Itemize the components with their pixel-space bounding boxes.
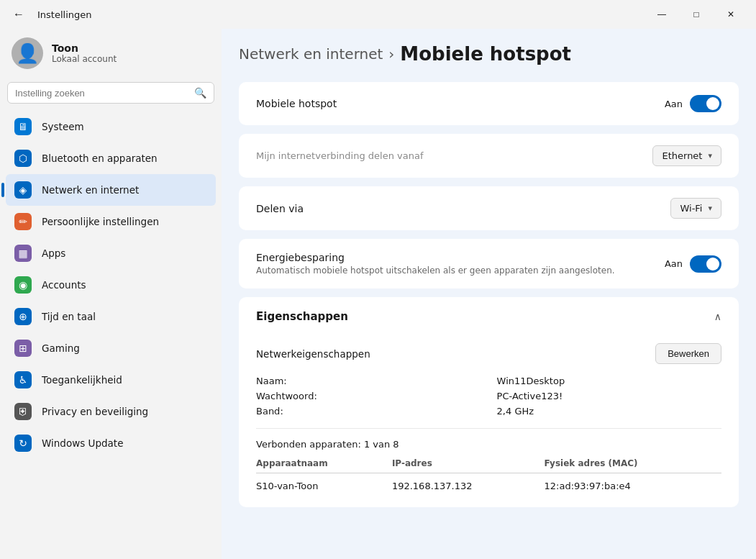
- sidebar-item-gaming[interactable]: ⊞ Gaming: [6, 332, 216, 364]
- window-controls: — □ ✕: [645, 3, 747, 26]
- sidebar-item-systeem[interactable]: 🖥 Systeem: [6, 111, 216, 142]
- prop-value: PC-Active123!: [497, 391, 721, 401]
- table-column-header: IP-adres: [392, 458, 545, 473]
- energy-toggle[interactable]: [690, 255, 721, 273]
- netwerk-icon: ◈: [14, 181, 32, 199]
- devices-table: ApparaatnaamIP-adresFysiek adres (MAC) S…: [256, 458, 721, 494]
- nav-list: 🖥 Systeem ⬡ Bluetooth en apparaten ◈ Net…: [6, 111, 216, 459]
- connected-label: Verbonden apparaten:: [256, 439, 361, 450]
- user-type: Lokaal account: [52, 54, 117, 64]
- breadcrumb-separator: ›: [388, 45, 394, 63]
- sidebar-item-label-apps: Apps: [42, 247, 65, 259]
- sidebar-item-netwerk[interactable]: ◈ Netwerk en internet: [6, 174, 216, 206]
- privacy-icon: ⛨: [14, 403, 32, 420]
- sidebar-item-label-update: Windows Update: [42, 437, 123, 449]
- table-column-header: Fysiek adres (MAC): [545, 458, 721, 473]
- breadcrumb: Netwerk en internet › Mobiele hotspot: [239, 43, 739, 65]
- window-title: Instellingen: [37, 9, 92, 20]
- edit-button[interactable]: Bewerken: [655, 343, 721, 364]
- update-icon: ↻: [14, 435, 32, 452]
- sidebar-item-accounts[interactable]: ◉ Accounts: [6, 269, 216, 301]
- hotspot-card: Mobiele hotspot Aan: [239, 82, 739, 125]
- table-cell: S10-van-Toon: [256, 473, 392, 495]
- prop-table: Naam:Win11DesktopWachtwoord:PC-Active123…: [256, 376, 721, 417]
- chevron-down-icon: ▾: [708, 151, 712, 160]
- energy-toggle-label: Aan: [665, 258, 683, 269]
- devices-table-header: ApparaatnaamIP-adresFysiek adres (MAC): [256, 458, 721, 473]
- chevron-up-icon: ∧: [714, 311, 721, 322]
- back-button[interactable]: ←: [9, 4, 29, 24]
- share-internet-dropdown[interactable]: Ethernet ▾: [652, 145, 721, 166]
- sidebar-item-label-tijd: Tijd en taal: [42, 311, 96, 322]
- share-internet-label: Mijn internetverbinding delen vanaf: [256, 150, 424, 161]
- chevron-down-icon-2: ▾: [708, 204, 712, 213]
- hotspot-label: Mobiele hotspot: [256, 98, 337, 109]
- accounts-icon: ◉: [14, 276, 32, 294]
- connected-count: Verbonden apparaten: 1 van 8: [256, 439, 721, 450]
- properties-card: Eigenschappen ∧ Netwerkeigenschappen Bew…: [239, 297, 739, 507]
- sidebar-item-apps[interactable]: ▦ Apps: [6, 237, 216, 269]
- connected-section: Verbonden apparaten: 1 van 8 Apparaatnaa…: [256, 428, 721, 494]
- table-column-header: Apparaatnaam: [256, 458, 392, 473]
- share-via-card: Delen via Wi-Fi ▾: [239, 186, 739, 230]
- sidebar-item-label-netwerk: Netwerk en internet: [42, 184, 139, 196]
- systeem-icon: 🖥: [14, 118, 32, 135]
- user-info: Toon Lokaal account: [52, 42, 117, 64]
- sidebar-item-update[interactable]: ↻ Windows Update: [6, 427, 216, 459]
- hotspot-toggle-knob: [706, 97, 719, 110]
- maximize-button[interactable]: □: [680, 3, 713, 26]
- gaming-icon: ⊞: [14, 340, 32, 357]
- sidebar-item-bluetooth[interactable]: ⬡ Bluetooth en apparaten: [6, 142, 216, 174]
- prop-key: Naam:: [256, 376, 474, 386]
- title-bar: ← Instellingen — □ ✕: [0, 0, 756, 29]
- energy-sublabel: Automatisch mobiele hotspot uitschakelen…: [256, 265, 615, 276]
- properties-section-header[interactable]: Eigenschappen ∧: [239, 297, 739, 336]
- sidebar-item-label-systeem: Systeem: [42, 121, 84, 132]
- persoonlijk-icon: ✏: [14, 213, 32, 230]
- properties-inner: Netwerkeigenschappen Bewerken Naam:Win11…: [239, 336, 739, 507]
- share-internet-card: Mijn internetverbinding delen vanaf Ethe…: [239, 134, 739, 178]
- breadcrumb-current: Mobiele hotspot: [400, 43, 571, 65]
- search-box[interactable]: 🔍: [7, 82, 214, 104]
- sidebar-item-persoonlijk[interactable]: ✏ Persoonlijke instellingen: [6, 206, 216, 237]
- sidebar-item-toegankelijk[interactable]: ♿ Toegankelijkheid: [6, 364, 216, 396]
- devices-table-body: S10-van-Toon192.168.137.13212:ad:93:97:b…: [256, 473, 721, 495]
- prop-value: Win11Desktop: [497, 376, 721, 386]
- connected-count-value: 1 van 8: [364, 439, 399, 450]
- sidebar-item-label-accounts: Accounts: [42, 279, 86, 291]
- close-button[interactable]: ✕: [714, 3, 747, 26]
- minimize-button[interactable]: —: [645, 3, 678, 26]
- sidebar-item-label-privacy: Privacy en beveiliging: [42, 406, 148, 417]
- avatar: 👤: [12, 37, 43, 69]
- sidebar-item-label-persoonlijk: Persoonlijke instellingen: [42, 216, 159, 227]
- prop-key: Wachtwoord:: [256, 391, 474, 401]
- table-row: S10-van-Toon192.168.137.13212:ad:93:97:b…: [256, 473, 721, 495]
- tijd-icon: ⊕: [14, 308, 32, 325]
- sidebar-item-label-toegankelijk: Toegankelijkheid: [42, 374, 122, 386]
- toegankelijk-icon: ♿: [14, 371, 32, 388]
- sidebar-item-tijd[interactable]: ⊕ Tijd en taal: [6, 301, 216, 332]
- user-section: 👤 Toon Lokaal account: [6, 29, 216, 81]
- search-input[interactable]: [15, 88, 188, 99]
- main-content: Netwerk en internet › Mobiele hotspot Mo…: [222, 29, 756, 559]
- user-name: Toon: [52, 42, 117, 54]
- hotspot-toggle-label: Aan: [665, 99, 683, 109]
- hotspot-toggle-container: Aan: [665, 95, 721, 112]
- hotspot-toggle[interactable]: [690, 95, 721, 112]
- table-cell: 192.168.137.132: [392, 473, 545, 495]
- share-via-value: Wi-Fi: [680, 203, 702, 214]
- table-cell: 12:ad:93:97:ba:e4: [545, 473, 721, 495]
- energy-toggle-knob: [706, 258, 719, 271]
- share-via-label: Delen via: [256, 203, 304, 214]
- apps-icon: ▦: [14, 245, 32, 262]
- properties-section-title: Eigenschappen: [256, 310, 348, 323]
- search-icon: 🔍: [194, 87, 206, 99]
- energy-card: Energiebesparing Automatisch mobiele hot…: [239, 239, 739, 288]
- prop-value: 2,4 GHz: [497, 406, 721, 417]
- energy-label: Energiebesparing: [256, 252, 615, 263]
- prop-key: Band:: [256, 406, 474, 417]
- sidebar-item-privacy[interactable]: ⛨ Privacy en beveiliging: [6, 396, 216, 427]
- breadcrumb-parent: Netwerk en internet: [239, 45, 383, 63]
- share-via-dropdown[interactable]: Wi-Fi ▾: [670, 198, 721, 219]
- sidebar: 👤 Toon Lokaal account 🔍 🖥 Systeem ⬡ Blue…: [0, 29, 222, 559]
